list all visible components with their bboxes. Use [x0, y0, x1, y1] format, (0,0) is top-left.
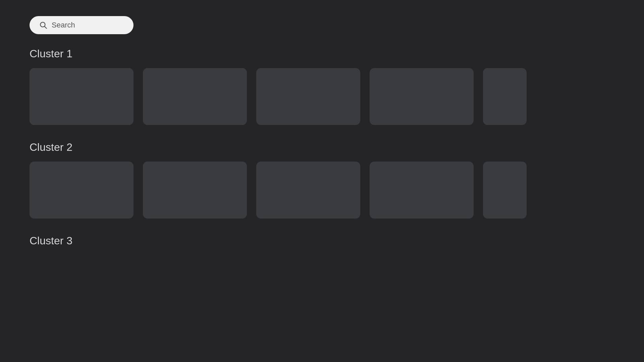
- search-icon: [39, 21, 48, 29]
- list-item[interactable]: [256, 162, 360, 219]
- cluster-1-grid: [30, 68, 614, 125]
- cluster-2-grid: [30, 162, 614, 219]
- list-item[interactable]: [483, 68, 527, 125]
- list-item[interactable]: [30, 68, 133, 125]
- search-bar[interactable]: Search: [30, 16, 133, 34]
- cluster-2-section: Cluster 2: [30, 141, 614, 219]
- cluster-1-title: Cluster 1: [30, 48, 614, 60]
- list-item[interactable]: [370, 162, 474, 219]
- search-bar-wrapper: Search: [30, 16, 614, 34]
- list-item[interactable]: [143, 162, 247, 219]
- list-item[interactable]: [143, 68, 247, 125]
- page-container: Search Cluster 1 Cluster 2 Cluster 3: [0, 0, 644, 279]
- cluster-3-title: Cluster 3: [30, 235, 614, 247]
- svg-line-1: [45, 26, 47, 28]
- list-item[interactable]: [483, 162, 527, 219]
- cluster-1-section: Cluster 1: [30, 48, 614, 125]
- cluster-3-section: Cluster 3: [30, 235, 614, 247]
- search-placeholder: Search: [52, 21, 75, 29]
- list-item[interactable]: [256, 68, 360, 125]
- list-item[interactable]: [370, 68, 474, 125]
- list-item[interactable]: [30, 162, 133, 219]
- cluster-2-title: Cluster 2: [30, 141, 614, 154]
